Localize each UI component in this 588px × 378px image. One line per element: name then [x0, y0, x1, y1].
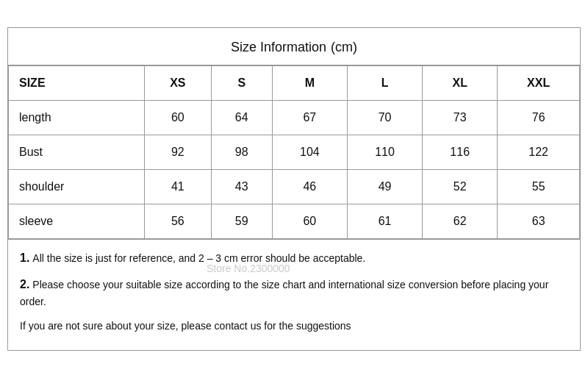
table-cell: 60: [145, 101, 212, 135]
table-cell: 98: [211, 135, 272, 170]
note-item-2: If you are not sure about your size, ple…: [20, 318, 568, 334]
table-row: shoulder414346495255: [9, 170, 580, 204]
header-xs: XS: [145, 66, 212, 101]
table-cell: 92: [145, 135, 212, 170]
table-cell: 41: [145, 170, 212, 204]
size-chart-container: Size Information (cm) SIZEXSSMLXLXXL len…: [7, 27, 581, 351]
table-row: sleeve565960616263: [9, 204, 580, 239]
table-cell: 116: [423, 135, 498, 170]
table-row: length606467707376: [9, 101, 580, 135]
table-cell: 60: [272, 204, 347, 239]
title-row: Size Information (cm): [8, 28, 580, 65]
row-label-Bust: Bust: [9, 135, 145, 170]
table-cell: 64: [211, 101, 272, 135]
row-label-length: length: [9, 101, 145, 135]
table-cell: 49: [347, 170, 422, 204]
table-cell: 122: [498, 135, 580, 170]
notes-section: 1.All the size is just for reference, an…: [8, 239, 580, 350]
table-header-row: SIZEXSSMLXLXXL: [9, 66, 580, 101]
table-row: Bust9298104110116122: [9, 135, 580, 170]
table-cell: 63: [498, 204, 580, 239]
header-size: SIZE: [9, 66, 145, 101]
table-cell: 104: [272, 135, 347, 170]
table-cell: 56: [145, 204, 212, 239]
note-item-1: 2.Please choose your suitable size accor…: [20, 275, 568, 310]
note-number: 2.: [20, 278, 29, 290]
row-label-sleeve: sleeve: [9, 204, 145, 239]
table-wrapper: SIZEXSSMLXLXXL length606467707376Bust929…: [8, 65, 580, 239]
table-cell: 73: [423, 101, 498, 135]
table-cell: 52: [423, 170, 498, 204]
note-item-0: 1.All the size is just for reference, an…: [20, 249, 568, 268]
table-cell: 76: [498, 101, 580, 135]
table-cell: 62: [423, 204, 498, 239]
header-m: M: [272, 66, 347, 101]
table-cell: 67: [272, 101, 347, 135]
table-cell: 43: [211, 170, 272, 204]
table-cell: 61: [347, 204, 422, 239]
size-table: SIZEXSSMLXLXXL length606467707376Bust929…: [8, 65, 580, 239]
header-l: L: [347, 66, 422, 101]
table-cell: 55: [498, 170, 580, 204]
chart-title: Size Information (cm): [15, 37, 573, 56]
table-cell: 110: [347, 135, 422, 170]
unit-label: (cm): [331, 40, 357, 54]
header-xxl: XXL: [498, 66, 580, 101]
table-cell: 46: [272, 170, 347, 204]
table-cell: 70: [347, 101, 422, 135]
row-label-shoulder: shoulder: [9, 170, 145, 204]
table-cell: 59: [211, 204, 272, 239]
header-s: S: [211, 66, 272, 101]
note-number: 1.: [20, 252, 29, 264]
header-xl: XL: [423, 66, 498, 101]
